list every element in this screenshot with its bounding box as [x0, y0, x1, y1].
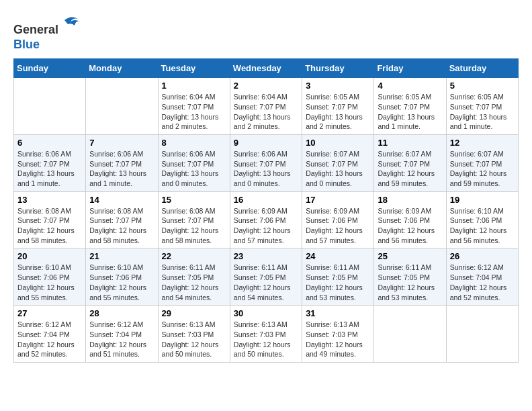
day-detail: Sunrise: 6:08 AMSunset: 7:07 PMDaylight:…	[17, 206, 82, 246]
calendar-cell: 24Sunrise: 6:11 AMSunset: 7:05 PMDayligh…	[302, 248, 374, 306]
day-detail: Sunrise: 6:13 AMSunset: 7:03 PMDaylight:…	[306, 320, 370, 359]
weekday-header-wednesday: Wednesday	[230, 59, 302, 78]
day-number: 22	[162, 251, 226, 261]
weekday-header-thursday: Thursday	[302, 59, 374, 78]
day-detail: Sunrise: 6:05 AMSunset: 7:07 PMDaylight:…	[450, 92, 515, 132]
day-number: 25	[378, 251, 442, 261]
day-detail: Sunrise: 6:12 AMSunset: 7:04 PMDaylight:…	[89, 320, 154, 359]
day-number: 28	[89, 308, 154, 318]
logo-bird-icon	[61, 13, 81, 34]
calendar-cell	[14, 78, 86, 135]
day-detail: Sunrise: 6:07 AMSunset: 7:07 PMDaylight:…	[306, 149, 370, 189]
calendar-cell: 29Sunrise: 6:13 AMSunset: 7:03 PMDayligh…	[158, 306, 230, 363]
calendar-cell: 12Sunrise: 6:07 AMSunset: 7:07 PMDayligh…	[446, 134, 518, 191]
weekday-header-saturday: Saturday	[446, 59, 518, 78]
day-number: 9	[234, 138, 298, 148]
calendar-cell: 6Sunrise: 6:06 AMSunset: 7:07 PMDaylight…	[14, 134, 86, 191]
calendar-cell: 19Sunrise: 6:10 AMSunset: 7:06 PMDayligh…	[446, 191, 518, 248]
day-number: 7	[89, 138, 154, 148]
day-detail: Sunrise: 6:13 AMSunset: 7:03 PMDaylight:…	[162, 320, 226, 359]
day-detail: Sunrise: 6:10 AMSunset: 7:06 PMDaylight:…	[89, 263, 154, 302]
day-number: 29	[162, 308, 226, 318]
day-number: 31	[306, 308, 370, 318]
day-number: 1	[162, 81, 226, 91]
day-number: 24	[306, 251, 370, 261]
day-detail: Sunrise: 6:07 AMSunset: 7:07 PMDaylight:…	[450, 149, 515, 189]
logo: General Blue	[13, 13, 81, 52]
calendar-cell: 30Sunrise: 6:13 AMSunset: 7:03 PMDayligh…	[230, 306, 302, 363]
calendar-cell: 31Sunrise: 6:13 AMSunset: 7:03 PMDayligh…	[302, 306, 374, 363]
day-detail: Sunrise: 6:11 AMSunset: 7:05 PMDaylight:…	[162, 263, 226, 302]
calendar-cell: 20Sunrise: 6:10 AMSunset: 7:06 PMDayligh…	[14, 248, 86, 306]
day-detail: Sunrise: 6:12 AMSunset: 7:04 PMDaylight:…	[17, 320, 82, 359]
day-number: 21	[89, 251, 154, 261]
day-number: 27	[17, 308, 82, 318]
calendar-cell	[446, 306, 518, 363]
day-detail: Sunrise: 6:04 AMSunset: 7:07 PMDaylight:…	[162, 92, 226, 132]
calendar-week-4: 20Sunrise: 6:10 AMSunset: 7:06 PMDayligh…	[14, 248, 519, 306]
calendar-cell: 17Sunrise: 6:09 AMSunset: 7:06 PMDayligh…	[302, 191, 374, 248]
calendar-cell: 8Sunrise: 6:06 AMSunset: 7:07 PMDaylight…	[158, 134, 230, 191]
day-detail: Sunrise: 6:11 AMSunset: 7:05 PMDaylight:…	[306, 263, 370, 302]
calendar-cell: 26Sunrise: 6:12 AMSunset: 7:04 PMDayligh…	[446, 248, 518, 306]
day-detail: Sunrise: 6:10 AMSunset: 7:06 PMDaylight:…	[450, 206, 515, 246]
calendar-cell: 27Sunrise: 6:12 AMSunset: 7:04 PMDayligh…	[14, 306, 86, 363]
day-detail: Sunrise: 6:08 AMSunset: 7:07 PMDaylight:…	[89, 206, 154, 246]
calendar-cell: 3Sunrise: 6:05 AMSunset: 7:07 PMDaylight…	[302, 78, 374, 135]
day-number: 13	[17, 195, 82, 205]
day-detail: Sunrise: 6:06 AMSunset: 7:07 PMDaylight:…	[162, 149, 226, 189]
day-number: 19	[450, 195, 515, 205]
day-number: 26	[450, 251, 515, 261]
day-number: 11	[378, 138, 442, 148]
logo-general: General	[13, 23, 58, 36]
logo-blue: Blue	[13, 38, 40, 51]
calendar-cell: 16Sunrise: 6:09 AMSunset: 7:06 PMDayligh…	[230, 191, 302, 248]
calendar-week-1: 1Sunrise: 6:04 AMSunset: 7:07 PMDaylight…	[14, 78, 519, 135]
day-number: 2	[234, 81, 298, 91]
calendar-cell: 1Sunrise: 6:04 AMSunset: 7:07 PMDaylight…	[158, 78, 230, 135]
calendar-cell	[374, 306, 446, 363]
day-number: 18	[378, 195, 442, 205]
day-number: 15	[162, 195, 226, 205]
day-number: 17	[306, 195, 370, 205]
day-number: 12	[450, 138, 515, 148]
calendar-week-3: 13Sunrise: 6:08 AMSunset: 7:07 PMDayligh…	[14, 191, 519, 248]
weekday-header-monday: Monday	[86, 59, 158, 78]
day-detail: Sunrise: 6:05 AMSunset: 7:07 PMDaylight:…	[306, 92, 370, 132]
calendar-cell: 5Sunrise: 6:05 AMSunset: 7:07 PMDaylight…	[446, 78, 518, 135]
day-number: 8	[162, 138, 226, 148]
calendar-table: SundayMondayTuesdayWednesdayThursdayFrid…	[13, 58, 519, 363]
day-detail: Sunrise: 6:09 AMSunset: 7:06 PMDaylight:…	[378, 206, 442, 246]
day-detail: Sunrise: 6:09 AMSunset: 7:06 PMDaylight:…	[306, 206, 370, 246]
day-number: 30	[234, 308, 298, 318]
calendar-cell: 22Sunrise: 6:11 AMSunset: 7:05 PMDayligh…	[158, 248, 230, 306]
calendar-header: SundayMondayTuesdayWednesdayThursdayFrid…	[14, 59, 519, 78]
calendar-cell: 25Sunrise: 6:11 AMSunset: 7:05 PMDayligh…	[374, 248, 446, 306]
calendar-week-2: 6Sunrise: 6:06 AMSunset: 7:07 PMDaylight…	[14, 134, 519, 191]
calendar-cell: 2Sunrise: 6:04 AMSunset: 7:07 PMDaylight…	[230, 78, 302, 135]
day-detail: Sunrise: 6:04 AMSunset: 7:07 PMDaylight:…	[234, 92, 298, 132]
day-number: 3	[306, 81, 370, 91]
day-detail: Sunrise: 6:13 AMSunset: 7:03 PMDaylight:…	[234, 320, 298, 359]
day-detail: Sunrise: 6:05 AMSunset: 7:07 PMDaylight:…	[378, 92, 442, 132]
day-detail: Sunrise: 6:07 AMSunset: 7:07 PMDaylight:…	[378, 149, 442, 189]
day-detail: Sunrise: 6:08 AMSunset: 7:07 PMDaylight:…	[162, 206, 226, 246]
day-number: 10	[306, 138, 370, 148]
calendar-cell: 15Sunrise: 6:08 AMSunset: 7:07 PMDayligh…	[158, 191, 230, 248]
day-detail: Sunrise: 6:06 AMSunset: 7:07 PMDaylight:…	[17, 149, 82, 189]
calendar-cell: 13Sunrise: 6:08 AMSunset: 7:07 PMDayligh…	[14, 191, 86, 248]
calendar-cell: 10Sunrise: 6:07 AMSunset: 7:07 PMDayligh…	[302, 134, 374, 191]
calendar-cell: 21Sunrise: 6:10 AMSunset: 7:06 PMDayligh…	[86, 248, 158, 306]
day-detail: Sunrise: 6:09 AMSunset: 7:06 PMDaylight:…	[234, 206, 298, 246]
calendar-week-5: 27Sunrise: 6:12 AMSunset: 7:04 PMDayligh…	[14, 306, 519, 363]
calendar-cell: 14Sunrise: 6:08 AMSunset: 7:07 PMDayligh…	[86, 191, 158, 248]
day-number: 16	[234, 195, 298, 205]
calendar-cell: 18Sunrise: 6:09 AMSunset: 7:06 PMDayligh…	[374, 191, 446, 248]
calendar-cell: 23Sunrise: 6:11 AMSunset: 7:05 PMDayligh…	[230, 248, 302, 306]
day-detail: Sunrise: 6:12 AMSunset: 7:04 PMDaylight:…	[450, 263, 515, 302]
day-detail: Sunrise: 6:11 AMSunset: 7:05 PMDaylight:…	[378, 263, 442, 302]
day-number: 14	[89, 195, 154, 205]
day-detail: Sunrise: 6:11 AMSunset: 7:05 PMDaylight:…	[234, 263, 298, 302]
calendar-cell: 4Sunrise: 6:05 AMSunset: 7:07 PMDaylight…	[374, 78, 446, 135]
weekday-header-sunday: Sunday	[14, 59, 86, 78]
